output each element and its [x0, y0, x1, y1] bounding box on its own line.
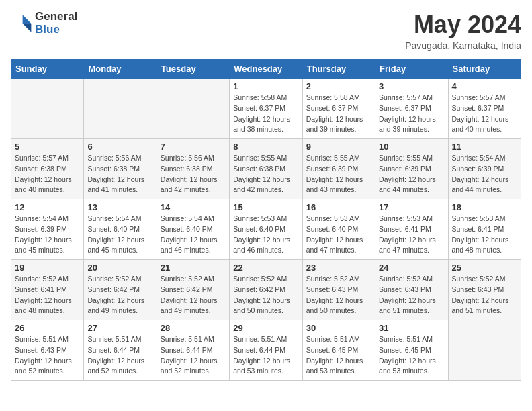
day-number: 3 [379, 81, 444, 91]
calendar-cell: 11Sunrise: 5:54 AMSunset: 6:39 PMDayligh… [448, 139, 521, 199]
calendar-cell [11, 79, 84, 139]
day-info: Sunrise: 5:53 AMSunset: 6:40 PMDaylight:… [233, 214, 298, 256]
day-header-wednesday: Wednesday [230, 60, 302, 79]
day-info: Sunrise: 5:51 AMSunset: 6:43 PMDaylight:… [15, 334, 80, 377]
page-header: General Blue May 2024 Pavugada, Karnatak… [11, 11, 521, 51]
day-info: Sunrise: 5:56 AMSunset: 6:38 PMDaylight:… [161, 153, 226, 195]
day-info: Sunrise: 5:54 AMSunset: 6:40 PMDaylight:… [161, 214, 226, 256]
day-info: Sunrise: 5:55 AMSunset: 6:39 PMDaylight:… [379, 153, 444, 195]
day-number: 10 [379, 142, 444, 152]
calendar-cell: 18Sunrise: 5:53 AMSunset: 6:41 PMDayligh… [448, 199, 521, 260]
calendar-cell: 13Sunrise: 5:54 AMSunset: 6:40 PMDayligh… [84, 199, 157, 260]
calendar-cell: 16Sunrise: 5:53 AMSunset: 6:40 PMDayligh… [302, 199, 375, 260]
calendar-cell: 19Sunrise: 5:52 AMSunset: 6:41 PMDayligh… [11, 260, 84, 320]
day-info: Sunrise: 5:51 AMSunset: 6:45 PMDaylight:… [379, 334, 444, 377]
day-number: 27 [87, 323, 152, 333]
day-number: 4 [452, 81, 517, 91]
day-info: Sunrise: 5:52 AMSunset: 6:42 PMDaylight:… [233, 274, 298, 316]
calendar-week-row: 19Sunrise: 5:52 AMSunset: 6:41 PMDayligh… [11, 260, 521, 320]
day-info: Sunrise: 5:54 AMSunset: 6:39 PMDaylight:… [452, 153, 517, 195]
calendar-cell: 29Sunrise: 5:51 AMSunset: 6:44 PMDayligh… [230, 320, 302, 381]
logo-icon [11, 13, 32, 34]
day-info: Sunrise: 5:57 AMSunset: 6:37 PMDaylight:… [379, 93, 444, 135]
day-number: 13 [87, 202, 152, 212]
calendar-cell: 9Sunrise: 5:55 AMSunset: 6:39 PMDaylight… [302, 139, 375, 199]
calendar-cell: 15Sunrise: 5:53 AMSunset: 6:40 PMDayligh… [230, 199, 302, 260]
logo-general: General [35, 11, 77, 24]
calendar-cell: 27Sunrise: 5:51 AMSunset: 6:44 PMDayligh… [84, 320, 157, 381]
day-info: Sunrise: 5:52 AMSunset: 6:42 PMDaylight:… [161, 274, 226, 316]
calendar-week-row: 12Sunrise: 5:54 AMSunset: 6:39 PMDayligh… [11, 199, 521, 260]
calendar-cell: 25Sunrise: 5:52 AMSunset: 6:43 PMDayligh… [448, 260, 521, 320]
calendar-cell: 5Sunrise: 5:57 AMSunset: 6:38 PMDaylight… [11, 139, 84, 199]
calendar-cell: 1Sunrise: 5:58 AMSunset: 6:37 PMDaylight… [230, 79, 302, 139]
day-number: 11 [452, 142, 517, 152]
calendar-cell: 10Sunrise: 5:55 AMSunset: 6:39 PMDayligh… [375, 139, 448, 199]
day-info: Sunrise: 5:51 AMSunset: 6:45 PMDaylight:… [306, 334, 371, 377]
header-row: SundayMondayTuesdayWednesdayThursdayFrid… [11, 60, 521, 79]
day-info: Sunrise: 5:55 AMSunset: 6:39 PMDaylight:… [306, 153, 371, 195]
calendar-table: SundayMondayTuesdayWednesdayThursdayFrid… [11, 59, 521, 381]
calendar-cell: 14Sunrise: 5:54 AMSunset: 6:40 PMDayligh… [157, 199, 229, 260]
calendar-cell: 28Sunrise: 5:51 AMSunset: 6:44 PMDayligh… [157, 320, 229, 381]
calendar-cell [448, 320, 521, 381]
calendar-cell: 20Sunrise: 5:52 AMSunset: 6:42 PMDayligh… [84, 260, 157, 320]
day-number: 31 [379, 323, 444, 333]
day-info: Sunrise: 5:57 AMSunset: 6:38 PMDaylight:… [15, 153, 80, 195]
day-info: Sunrise: 5:58 AMSunset: 6:37 PMDaylight:… [306, 93, 371, 135]
day-number: 16 [306, 202, 371, 212]
svg-marker-1 [23, 24, 32, 32]
day-header-sunday: Sunday [11, 60, 84, 79]
day-number: 17 [379, 202, 444, 212]
day-header-monday: Monday [84, 60, 157, 79]
calendar-cell: 12Sunrise: 5:54 AMSunset: 6:39 PMDayligh… [11, 199, 84, 260]
day-number: 1 [233, 81, 298, 91]
calendar-cell: 31Sunrise: 5:51 AMSunset: 6:45 PMDayligh… [375, 320, 448, 381]
svg-marker-0 [23, 15, 32, 24]
calendar-week-row: 5Sunrise: 5:57 AMSunset: 6:38 PMDaylight… [11, 139, 521, 199]
day-number: 9 [306, 142, 371, 152]
day-header-thursday: Thursday [302, 60, 375, 79]
calendar-cell: 4Sunrise: 5:57 AMSunset: 6:37 PMDaylight… [448, 79, 521, 139]
day-info: Sunrise: 5:51 AMSunset: 6:44 PMDaylight:… [87, 334, 152, 377]
day-number: 28 [161, 323, 226, 333]
day-info: Sunrise: 5:58 AMSunset: 6:37 PMDaylight:… [233, 93, 298, 135]
title-block: May 2024 Pavugada, Karnataka, India [405, 11, 521, 51]
day-info: Sunrise: 5:51 AMSunset: 6:44 PMDaylight:… [233, 334, 298, 377]
day-number: 24 [379, 263, 444, 273]
day-info: Sunrise: 5:52 AMSunset: 6:42 PMDaylight:… [87, 274, 152, 316]
day-number: 15 [233, 202, 298, 212]
day-number: 2 [306, 81, 371, 91]
calendar-cell: 30Sunrise: 5:51 AMSunset: 6:45 PMDayligh… [302, 320, 375, 381]
calendar-cell: 23Sunrise: 5:52 AMSunset: 6:43 PMDayligh… [302, 260, 375, 320]
day-info: Sunrise: 5:52 AMSunset: 6:41 PMDaylight:… [15, 274, 80, 316]
calendar-cell: 24Sunrise: 5:52 AMSunset: 6:43 PMDayligh… [375, 260, 448, 320]
day-number: 18 [452, 202, 517, 212]
day-number: 12 [15, 202, 80, 212]
day-info: Sunrise: 5:52 AMSunset: 6:43 PMDaylight:… [452, 274, 517, 316]
calendar-cell: 3Sunrise: 5:57 AMSunset: 6:37 PMDaylight… [375, 79, 448, 139]
day-number: 19 [15, 263, 80, 273]
calendar-cell [84, 79, 157, 139]
day-number: 23 [306, 263, 371, 273]
day-number: 21 [161, 263, 226, 273]
calendar-cell: 21Sunrise: 5:52 AMSunset: 6:42 PMDayligh… [157, 260, 229, 320]
calendar-cell: 2Sunrise: 5:58 AMSunset: 6:37 PMDaylight… [302, 79, 375, 139]
day-number: 20 [87, 263, 152, 273]
day-info: Sunrise: 5:56 AMSunset: 6:38 PMDaylight:… [87, 153, 152, 195]
day-number: 7 [161, 142, 226, 152]
logo-blue: Blue [35, 24, 77, 36]
day-header-saturday: Saturday [448, 60, 521, 79]
day-number: 25 [452, 263, 517, 273]
day-header-tuesday: Tuesday [157, 60, 229, 79]
month-title: May 2024 [405, 11, 521, 39]
day-info: Sunrise: 5:54 AMSunset: 6:40 PMDaylight:… [87, 214, 152, 256]
day-info: Sunrise: 5:53 AMSunset: 6:40 PMDaylight:… [306, 214, 371, 256]
calendar-cell [157, 79, 229, 139]
location: Pavugada, Karnataka, India [405, 40, 521, 51]
day-info: Sunrise: 5:52 AMSunset: 6:43 PMDaylight:… [306, 274, 371, 316]
day-number: 26 [15, 323, 80, 333]
logo: General Blue [11, 11, 77, 36]
calendar-week-row: 1Sunrise: 5:58 AMSunset: 6:37 PMDaylight… [11, 79, 521, 139]
calendar-week-row: 26Sunrise: 5:51 AMSunset: 6:43 PMDayligh… [11, 320, 521, 381]
